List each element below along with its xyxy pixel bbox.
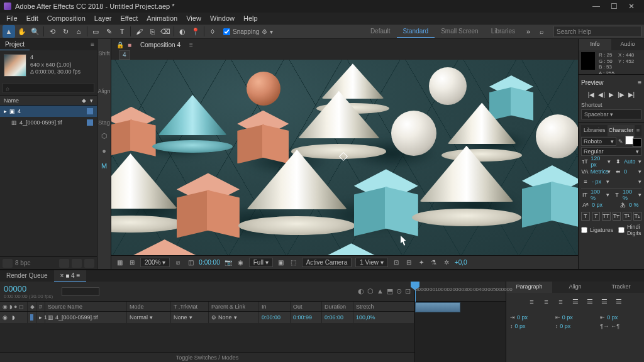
workspace-standard[interactable]: Standard [397, 25, 435, 38]
comp-frame-tag[interactable]: 4 [119, 50, 130, 60]
leading-input[interactable]: Auto [624, 158, 636, 165]
tab-tracker[interactable]: Tracker [598, 282, 644, 293]
indent-right-input[interactable]: 0 px [607, 314, 619, 321]
tl-icon-3[interactable]: ▲ [377, 287, 384, 295]
eyedropper-icon[interactable]: ✎ [618, 138, 623, 145]
preview-area[interactable] [111, 60, 578, 255]
justify-c-icon[interactable]: ☰ [584, 295, 596, 308]
mag-icon[interactable]: ▦ [115, 259, 124, 266]
first-frame-icon[interactable]: |◀ [588, 91, 595, 98]
time-ruler[interactable]: 00000 00100 00200 00300 00400 00500 0000 [415, 282, 506, 302]
comp-tab[interactable]: Composition 4 [135, 40, 186, 50]
timeline-layer-row[interactable]: ◉◗ ▸ 1 ▥4_[0000-0599].tif Normal ▾ None … [0, 312, 414, 323]
roto-tool-icon[interactable]: ◐ [176, 25, 189, 38]
space-before-input[interactable]: 0 px [515, 323, 528, 329]
tab-paragraph[interactable]: Paragraph [506, 282, 552, 293]
tl-icon-2[interactable]: ⬡ [367, 287, 374, 295]
justify-all-icon[interactable]: ☰ [613, 295, 625, 308]
solo-icon[interactable]: ◗ [12, 314, 15, 321]
strip-icon-2[interactable]: ● [100, 147, 109, 156]
bold-button[interactable]: T [581, 212, 590, 221]
justify-r-icon[interactable]: ☰ [598, 295, 611, 308]
transparency-icon[interactable]: ⬚ [289, 259, 298, 266]
zoom-dropdown[interactable]: 200% ▾ [140, 258, 170, 267]
project-row-footage[interactable]: ▥4_[0000-0599].tif [0, 117, 97, 128]
tracking-input[interactable]: 0 [624, 168, 636, 175]
ligatures-checkbox[interactable] [581, 227, 587, 233]
minimize-button[interactable]: — [587, 0, 605, 13]
font-weight-dropdown[interactable]: Regular▾ [581, 147, 641, 156]
stroke-input[interactable]: - px [592, 178, 604, 185]
next-frame-icon[interactable]: |▶ [618, 91, 625, 98]
visibility-icon[interactable]: ◉ [3, 314, 10, 321]
camera-dropdown[interactable]: Active Camera [302, 258, 352, 267]
last-frame-icon[interactable]: ▶| [628, 91, 635, 98]
layer-bar[interactable] [415, 302, 460, 312]
col-name[interactable]: Name [4, 97, 19, 104]
tl-icon-4[interactable]: ⬒ [387, 287, 393, 295]
lock-icon[interactable]: 🔒 [116, 41, 124, 48]
panel-menu-icon[interactable]: ≡ [88, 39, 97, 50]
tab-info[interactable]: Info [579, 39, 611, 50]
ruler-icon[interactable]: ◫ [186, 259, 195, 266]
tab-character[interactable]: Character [608, 125, 634, 136]
orbit-tool-icon[interactable]: ⟲ [46, 25, 58, 38]
project-tab[interactable]: Project [0, 39, 30, 50]
workspace-default[interactable]: Default [364, 25, 397, 38]
space-after-input[interactable]: 0 px [560, 323, 572, 329]
tsume-input[interactable]: 0 % [629, 202, 641, 208]
selection-tool-icon[interactable]: ▲ [3, 25, 15, 38]
roi-icon[interactable]: ▣ [277, 259, 286, 266]
hscale-input[interactable]: 100 % [623, 189, 636, 201]
justify-l-icon[interactable]: ☰ [569, 295, 582, 308]
smallcaps-button[interactable]: Tᴛ [613, 212, 621, 221]
tab-render-queue[interactable]: Render Queue [0, 270, 54, 282]
menu-edit[interactable]: Edit [23, 13, 42, 23]
new-comp-icon[interactable] [72, 259, 82, 268]
pen-tool-icon[interactable]: ✎ [103, 25, 115, 38]
views-dropdown[interactable]: 1 View ▾ [355, 258, 388, 267]
v5-icon[interactable]: ✲ [442, 259, 451, 266]
resolution-dropdown[interactable]: Full ▾ [249, 258, 273, 267]
subscript-button[interactable]: T₁ [633, 212, 642, 221]
workspace-libraries[interactable]: Libraries [485, 25, 521, 38]
char-menu-icon[interactable]: ≡ [635, 125, 641, 136]
new-folder-icon[interactable] [59, 259, 69, 268]
safe-icon[interactable]: ⊞ [128, 259, 136, 266]
tl-icon-5[interactable]: ⊙ [396, 287, 402, 295]
timeline-track-area[interactable] [415, 302, 506, 362]
strip-icon-3[interactable]: M [100, 162, 109, 171]
tab-align[interactable]: Align [552, 282, 598, 293]
v3-icon[interactable]: ✦ [417, 259, 426, 266]
puppet-tool-icon[interactable]: 📍 [189, 25, 202, 38]
toggle-switches-button[interactable]: Toggle Switches / Modes [0, 352, 414, 362]
shape-tool-icon[interactable]: ◊ [206, 25, 219, 38]
vscale-input[interactable]: 100 % [591, 189, 604, 201]
workspace-small[interactable]: Small Screen [435, 25, 484, 38]
channel-icon[interactable]: ◉ [236, 259, 245, 266]
indent-first-input[interactable]: 0 px [562, 314, 575, 321]
superscript-button[interactable]: T¹ [623, 212, 631, 221]
italic-button[interactable]: T [592, 212, 601, 221]
bpc-icon[interactable]: 8 bpc [15, 260, 30, 266]
close-tab-icon[interactable]: ■ [128, 41, 131, 48]
zoom-tool-icon[interactable]: 🔍 [29, 25, 42, 38]
clone-tool-icon[interactable]: ⎘ [146, 25, 158, 38]
search-icon[interactable]: ⌕ [535, 25, 548, 38]
maximize-button[interactable]: ☐ [605, 0, 623, 13]
search-help-input[interactable]: Search Help [553, 26, 641, 37]
play-icon[interactable]: ▶ [609, 91, 614, 98]
tab-audio[interactable]: Audio [611, 39, 644, 50]
label-col-icon[interactable]: ◆ [82, 97, 86, 104]
type-col-icon[interactable]: ▾ [90, 97, 93, 104]
dir-ltr-icon[interactable]: ¶→ [600, 323, 609, 329]
menu-help[interactable]: Help [240, 13, 262, 23]
snapping-checkbox[interactable] [223, 28, 230, 35]
tl-icon-6[interactable]: ⊡ [405, 287, 411, 295]
hindi-checkbox[interactable] [618, 227, 625, 233]
text-tool-icon[interactable]: T [116, 25, 128, 38]
interpret-icon[interactable] [3, 259, 13, 268]
tab-comp-timeline[interactable]: × ■ 4 ≡ [54, 270, 87, 282]
hand-tool-icon[interactable]: ✋ [16, 25, 28, 38]
font-family-dropdown[interactable]: Roboto▾ [581, 137, 616, 146]
